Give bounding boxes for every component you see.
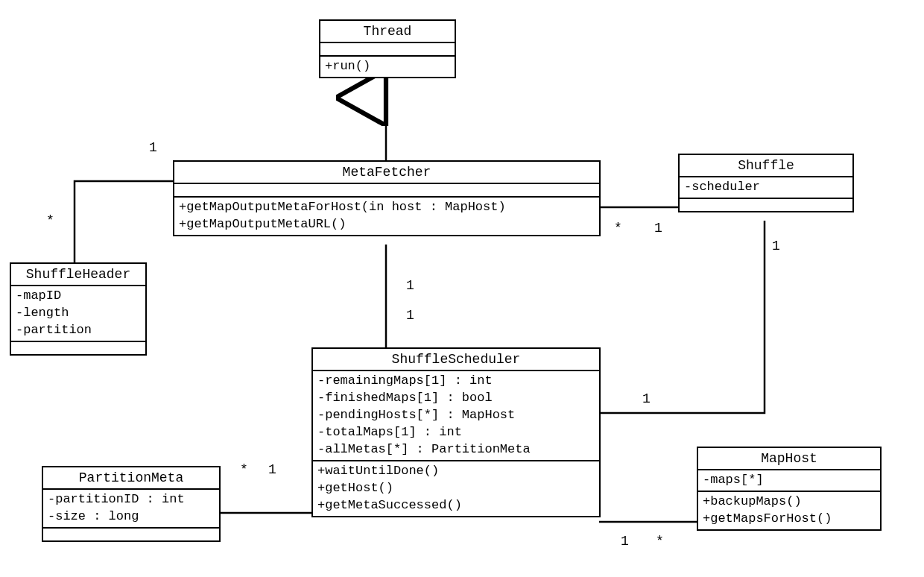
- attr: -partition: [16, 322, 141, 339]
- class-partitionmeta-ops: [43, 529, 219, 540]
- class-metafetcher-attrs: [174, 184, 599, 198]
- class-shuffle-attrs: -scheduler: [680, 177, 852, 199]
- mult-label: 1: [406, 308, 414, 323]
- class-maphost-name: MapHost: [698, 448, 880, 470]
- mult-label: 1: [268, 462, 276, 477]
- mult-label: *: [240, 462, 248, 477]
- class-shufflescheduler: ShuffleScheduler -remainingMaps[1] : int…: [311, 347, 601, 517]
- attr: -allMetas[*] : PartitionMeta: [317, 441, 595, 458]
- op: +backupMaps(): [703, 494, 876, 511]
- op: +waitUntilDone(): [317, 463, 595, 480]
- mult-label: *: [46, 213, 54, 228]
- mult-label: 1: [654, 221, 662, 236]
- class-thread: Thread +run(): [319, 19, 456, 78]
- attr: -finishedMaps[1] : bool: [317, 390, 595, 407]
- mult-label: 1: [406, 278, 414, 293]
- class-shufflescheduler-name: ShuffleScheduler: [313, 349, 599, 371]
- class-maphost: MapHost -maps[*] +backupMaps() +getMapsF…: [697, 447, 882, 531]
- op: +run(): [325, 58, 450, 75]
- op: +getHost(): [317, 480, 595, 497]
- mult-label: 1: [621, 534, 629, 549]
- attr: -mapID: [16, 288, 141, 305]
- class-shuffle: Shuffle -scheduler: [678, 154, 854, 212]
- class-shuffle-ops: [680, 199, 852, 211]
- attr: -remainingMaps[1] : int: [317, 373, 595, 390]
- class-metafetcher: MetaFetcher +getMapOutputMetaForHost(in …: [173, 160, 601, 236]
- class-shuffleheader-attrs: -mapID -length -partition: [11, 286, 145, 342]
- attr: -totalMaps[1] : int: [317, 424, 595, 441]
- mult-label: *: [656, 534, 664, 549]
- class-partitionmeta-attrs: -partitionID : int -size : long: [43, 490, 219, 529]
- mult-label: 1: [149, 140, 157, 155]
- attr: -scheduler: [684, 179, 848, 196]
- attr: -maps[*]: [703, 472, 876, 489]
- op: +getMapsForHost(): [703, 511, 876, 528]
- class-partitionmeta-name: PartitionMeta: [43, 467, 219, 490]
- class-shuffleheader: ShuffleHeader -mapID -length -partition: [10, 262, 147, 356]
- op: +getMapOutputMetaForHost(in host : MapHo…: [179, 199, 595, 216]
- class-shuffle-name: Shuffle: [680, 155, 852, 177]
- class-shufflescheduler-attrs: -remainingMaps[1] : int -finishedMaps[1]…: [313, 371, 599, 461]
- attr: -pendingHosts[*] : MapHost: [317, 407, 595, 424]
- class-maphost-attrs: -maps[*]: [698, 470, 880, 492]
- mult-label: 1: [642, 391, 651, 406]
- class-shufflescheduler-ops: +waitUntilDone() +getHost() +getMetaSucc…: [313, 461, 599, 516]
- op: +getMapOutputMetaURL(): [179, 216, 595, 233]
- class-thread-name: Thread: [320, 21, 455, 43]
- class-shuffleheader-ops: [11, 342, 145, 354]
- class-metafetcher-ops: +getMapOutputMetaForHost(in host : MapHo…: [174, 198, 599, 235]
- attr: -partitionID : int: [48, 491, 215, 508]
- attr: -length: [16, 305, 141, 322]
- mult-label: *: [614, 221, 622, 236]
- class-maphost-ops: +backupMaps() +getMapsForHost(): [698, 492, 880, 529]
- class-thread-ops: +run(): [320, 57, 455, 77]
- class-thread-attrs: [320, 43, 455, 57]
- op: +getMetaSuccessed(): [317, 497, 595, 514]
- mult-label: 1: [772, 239, 780, 253]
- class-shuffleheader-name: ShuffleHeader: [11, 264, 145, 286]
- attr: -size : long: [48, 508, 215, 526]
- class-metafetcher-name: MetaFetcher: [174, 162, 599, 184]
- class-partitionmeta: PartitionMeta -partitionID : int -size :…: [42, 466, 221, 542]
